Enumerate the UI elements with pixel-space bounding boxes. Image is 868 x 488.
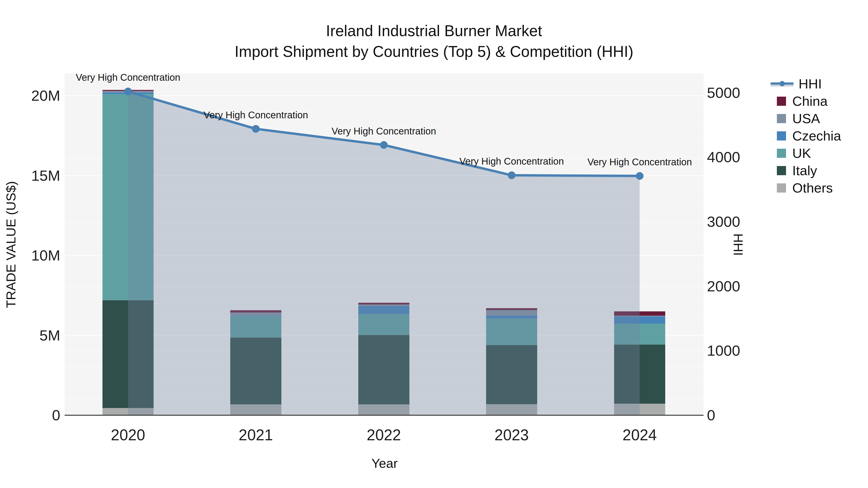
legend-label: HHI <box>799 77 822 91</box>
y-axis-right-title: HHI <box>732 177 745 312</box>
chart-title-line2: Import Shipment by Countries (Top 5) & C… <box>0 44 868 59</box>
legend-label: USA <box>792 112 820 125</box>
legend-label: China <box>792 94 828 108</box>
legend-item-uk[interactable]: UK <box>771 144 811 162</box>
legend-item-czechia[interactable]: Czechia <box>771 127 841 144</box>
others-color-swatch <box>777 184 786 193</box>
legend-item-italy[interactable]: Italy <box>771 162 817 179</box>
legend-label: Others <box>792 181 833 195</box>
annotation-2021: Very High Concentration <box>204 109 308 121</box>
legend-item-others[interactable]: Others <box>771 179 833 197</box>
chart-canvas <box>65 73 704 416</box>
italy-color-swatch <box>777 166 786 175</box>
annotation-2020: Very High Concentration <box>76 72 180 83</box>
y-right-tick: 0 <box>707 408 770 423</box>
figure: Ireland Industrial Burner Market Import … <box>0 0 868 488</box>
hhi-marker-2020[interactable] <box>124 88 132 95</box>
y-left-tick: 0 <box>5 408 60 423</box>
x-tick-2022: 2022 <box>367 427 401 443</box>
annotation-2024: Very High Concentration <box>587 156 692 168</box>
hhi-marker-2022[interactable] <box>380 141 388 149</box>
x-axis-title: Year <box>0 457 769 470</box>
legend-label: Italy <box>792 164 817 177</box>
legend-item-hhi[interactable]: HHI <box>771 75 822 93</box>
y-right-tick: 4000 <box>707 150 770 165</box>
legend-label: Czechia <box>792 129 841 143</box>
y-right-tick: 5000 <box>707 85 770 100</box>
x-tick-2023: 2023 <box>495 427 529 443</box>
hhi-marker-2023[interactable] <box>508 171 516 179</box>
usa-color-swatch <box>777 114 786 123</box>
legend-label: UK <box>792 147 811 160</box>
hhi-marker-swatch <box>779 81 785 86</box>
annotation-2022: Very High Concentration <box>332 125 436 137</box>
y-axis-left-title: TRADE VALUE (US$) <box>4 177 18 312</box>
legend-item-china[interactable]: China <box>771 93 828 110</box>
x-axis-line <box>65 415 704 416</box>
x-tick-2021: 2021 <box>239 427 273 443</box>
czechia-color-swatch <box>777 131 786 140</box>
chart-title-line1: Ireland Industrial Burner Market <box>0 23 868 38</box>
hhi-line-legend-icon <box>771 79 794 89</box>
china-color-swatch <box>777 97 786 106</box>
hhi-marker-2021[interactable] <box>252 125 260 133</box>
x-tick-2020: 2020 <box>111 427 145 443</box>
x-tick-2024: 2024 <box>623 427 657 443</box>
y-right-tick: 1000 <box>707 343 770 358</box>
legend-item-usa[interactable]: USA <box>771 110 820 127</box>
y-left-tick: 5M <box>5 328 60 343</box>
y-left-tick: 20M <box>5 88 60 103</box>
annotation-2023: Very High Concentration <box>459 156 564 167</box>
hhi-marker-2024[interactable] <box>636 172 644 180</box>
hhi-area-fill <box>128 91 640 415</box>
uk-color-swatch <box>777 149 786 158</box>
plot-area <box>65 73 704 416</box>
